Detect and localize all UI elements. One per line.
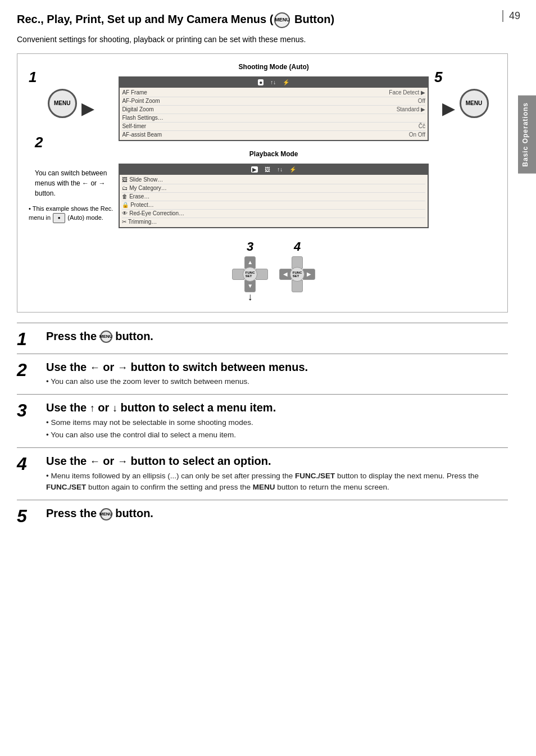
diag-arrow-1: ▶ xyxy=(81,98,94,118)
screen-row: AF-Point ZoomOff xyxy=(122,97,425,106)
screen-row: 🗂 My Category… xyxy=(122,184,425,193)
shooting-mode-label: Shooting Mode (Auto) xyxy=(119,63,429,71)
step-heading-5: Press the MENU button. xyxy=(46,506,508,520)
diagram-left: 1 MENU ▶ 2 You can switch betweenmenus w… xyxy=(29,63,113,224)
screen-row: AF FrameFace Detect ▶ xyxy=(122,89,425,97)
playback-screen-rows: 🖼 Slide Show… 🗂 My Category… 🗑 Erase… 🔒 … xyxy=(120,175,428,227)
step-body-2: • You can also use the zoom lever to swi… xyxy=(46,376,508,387)
dpad-step4: ◀ FUNCSET ▶ xyxy=(279,256,315,292)
diag-step3-item: 3 ▲ FUNCSET ▼ ↓ xyxy=(232,239,268,303)
dpad-down-3: ▼ xyxy=(244,280,256,292)
step-heading-3: Use the ↑ or ↓ button to select a menu i… xyxy=(46,400,508,415)
subtitle: Convenient settings for shooting, playba… xyxy=(17,34,508,46)
diag-menu-button-5: MENU xyxy=(460,89,489,118)
step-number-2: 2 xyxy=(17,360,39,379)
step-content-2: Use the ← or → button to switch between … xyxy=(46,360,508,389)
playback-mode-label: Playback Mode xyxy=(119,150,429,158)
diag-step4-item: 4 ◀ FUNCSET ▶ xyxy=(279,239,315,303)
diag-step2-num: 2 xyxy=(35,134,107,151)
step5-menu-icon: MENU xyxy=(100,508,112,520)
screen-row: Digital ZoomStandard ▶ xyxy=(122,106,425,114)
screen-tab-p2: ↑↓ xyxy=(277,166,283,173)
screen-tab-1: ↑↓ xyxy=(270,79,276,85)
step-number-3: 3 xyxy=(17,400,39,419)
screen-row: 🖼 Slide Show… xyxy=(122,176,425,184)
step-row-3: 3 Use the ↑ or ↓ button to select a menu… xyxy=(17,394,508,447)
step-content-1: Press the MENU button. xyxy=(46,329,508,345)
step-body-3: • Some items may not be selectable in so… xyxy=(46,417,508,441)
diag-step2-text: You can switch betweenmenus with the ← o… xyxy=(35,168,107,198)
page-number: 49 xyxy=(502,10,520,22)
step-number-4: 4 xyxy=(17,454,39,473)
screen-row: 🔒 Protect… xyxy=(122,201,425,210)
screen-row: ✂ Trimming… xyxy=(122,218,425,226)
step-content-4: Use the ← or → button to select an optio… xyxy=(46,454,508,494)
step-row-1: 1 Press the MENU button. xyxy=(17,323,508,354)
dpad-down-4 xyxy=(292,280,303,292)
diagram-box: 1 MENU ▶ 2 You can switch betweenmenus w… xyxy=(17,53,508,313)
diag-camera-icon: ● xyxy=(53,213,65,223)
menu-icon-title: MENU xyxy=(274,12,290,28)
step-content-5: Press the MENU button. xyxy=(46,506,508,522)
diag-steps-row: 3 ▲ FUNCSET ▼ ↓ 4 xyxy=(119,239,429,303)
diag-step3-arrow: ↓ xyxy=(248,291,253,303)
step-row-4: 4 Use the ← or → button to select an opt… xyxy=(17,447,508,500)
diag-step2-container: 2 You can switch betweenmenus with the ←… xyxy=(35,134,107,198)
screen-row: Flash Settings… xyxy=(122,114,425,123)
steps-section: 1 Press the MENU button. 2 Use the ← or … xyxy=(17,323,508,531)
dpad-center-3: FUNCSET xyxy=(243,267,257,282)
step1-menu-icon: MENU xyxy=(100,331,112,343)
diag-note: • This example shows the Rec.menu in ● (… xyxy=(29,204,113,224)
screen-row: AF-assist BeamOn Off xyxy=(122,131,425,139)
screen-row: 👁 Red-Eye Correction… xyxy=(122,210,425,218)
diag-arrow-5: ▶ xyxy=(442,98,455,118)
page-title: Rec., Play, Print, Set up and My Camera … xyxy=(17,11,508,28)
vertical-tab: Basic Operations xyxy=(518,96,536,174)
screen-tab-rec: ● xyxy=(258,79,264,85)
diag-step5-num: 5 xyxy=(434,69,442,86)
step-body-4: • Menu items followed by an ellipsis (..… xyxy=(46,470,508,494)
dpad-center-4: FUNCSET xyxy=(290,267,305,282)
screen-row: 🗑 Erase… xyxy=(122,193,425,201)
step-heading-4: Use the ← or → button to select an optio… xyxy=(46,454,508,468)
step-row-5: 5 Press the MENU button. xyxy=(17,500,508,531)
step-row-2: 2 Use the ← or → button to switch betwee… xyxy=(17,354,508,395)
screen-row: Self-timerČč xyxy=(122,123,425,131)
shooting-screen-rows: AF FrameFace Detect ▶ AF-Point ZoomOff D… xyxy=(120,88,428,140)
screen-tab-p3: ⚡ xyxy=(289,166,296,173)
step-number-5: 5 xyxy=(17,506,39,525)
diag-step1-num: 1 xyxy=(29,69,37,86)
diagram-right: 5 ▶ MENU xyxy=(434,63,496,123)
dpad-step3: ▲ FUNCSET ▼ xyxy=(232,256,268,292)
step-content-3: Use the ↑ or ↓ button to select a menu i… xyxy=(46,400,508,442)
playback-screen: ▶ 🖼 ↑↓ ⚡ 🖼 Slide Show… 🗂 My Category… 🗑 … xyxy=(119,164,429,228)
dpad-right-3 xyxy=(256,269,268,280)
screen-tab-play: ▶ xyxy=(251,166,258,173)
shooting-screen: ● ↑↓ ⚡ AF FrameFace Detect ▶ AF-Point Zo… xyxy=(119,76,429,141)
diag-step3-num: 3 xyxy=(247,239,253,254)
diag-step4-num: 4 xyxy=(294,239,301,254)
step-heading-1: Press the MENU button. xyxy=(46,329,508,343)
screen-tab-2: ⚡ xyxy=(283,79,289,85)
diagram-center: Shooting Mode (Auto) ● ↑↓ ⚡ AF FrameFace… xyxy=(119,63,429,303)
step-heading-2: Use the ← or → button to switch between … xyxy=(46,360,508,374)
step-number-1: 1 xyxy=(17,329,39,348)
diag-menu-button-1: MENU xyxy=(48,89,77,118)
dpad-right-4: ▶ xyxy=(303,269,315,280)
screen-tab-p1: 🖼 xyxy=(265,166,270,173)
